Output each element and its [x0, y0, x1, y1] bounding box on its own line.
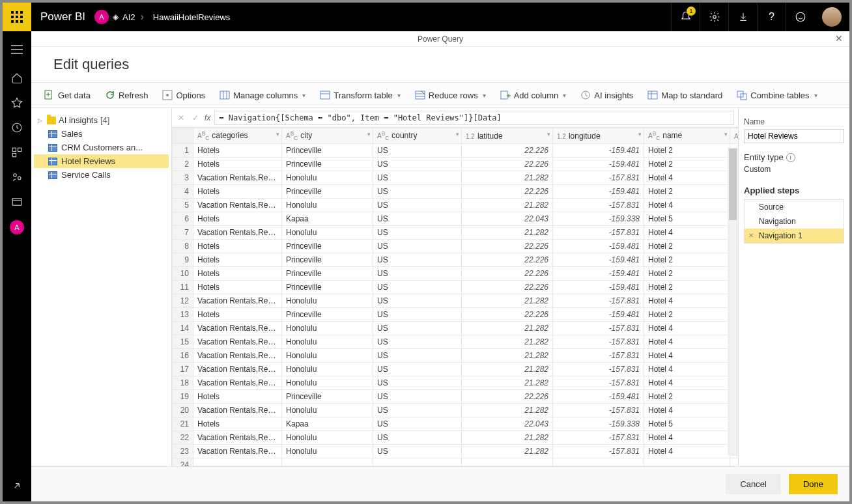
column-dropdown-icon[interactable]: ▾: [724, 131, 728, 137]
query-item[interactable]: Hotel Reviews: [34, 154, 169, 168]
cell[interactable]: US: [373, 431, 462, 445]
cell[interactable]: US: [373, 171, 462, 185]
cell[interactable]: -159.338: [553, 212, 644, 226]
column-header[interactable]: ABCcountry▾: [373, 128, 462, 144]
cell[interactable]: Princeville: [282, 281, 373, 294]
reduce-rows-button[interactable]: Reduce rows▾: [411, 87, 490, 103]
cell[interactable]: -157.831: [553, 349, 644, 363]
cell[interactable]: -159.481: [553, 144, 644, 158]
query-item[interactable]: Sales: [34, 127, 169, 141]
column-header[interactable]: ABCname▾: [644, 128, 730, 144]
cell[interactable]: Honolulu: [282, 376, 373, 390]
cell[interactable]: Honolulu: [282, 294, 373, 308]
cell[interactable]: 21.282: [462, 445, 553, 458]
cell[interactable]: Honolulu: [282, 335, 373, 349]
cell[interactable]: US: [373, 253, 462, 267]
cell[interactable]: Vacation Rentals,Resorts &...: [193, 349, 282, 363]
refresh-button[interactable]: Refresh: [101, 87, 152, 103]
column-dropdown-icon[interactable]: ▾: [547, 131, 550, 137]
notifications-button[interactable]: 1: [671, 3, 700, 31]
table-row[interactable]: 18Vacation Rentals,Resorts &...HonoluluU…: [173, 376, 739, 390]
cell[interactable]: 22.226: [462, 390, 553, 404]
applied-step[interactable]: Navigation: [745, 214, 844, 229]
cell[interactable]: Hotels: [193, 417, 282, 431]
cell[interactable]: Honolulu: [282, 322, 373, 335]
row-number[interactable]: 23: [173, 445, 193, 458]
table-row[interactable]: 19HotelsPrincevilleUS22.226-159.481Hotel…: [173, 390, 739, 404]
row-number[interactable]: 24: [173, 458, 193, 466]
cell[interactable]: US: [373, 417, 462, 431]
cell[interactable]: Hotel 4: [644, 335, 730, 349]
cell[interactable]: 21.282: [462, 226, 553, 240]
cell[interactable]: Vacation Rentals,Resorts &...: [193, 445, 282, 458]
cell[interactable]: 22.043: [462, 417, 553, 431]
cell[interactable]: Hotel 5: [644, 212, 730, 226]
row-number[interactable]: 10: [173, 267, 193, 281]
table-row[interactable]: 2HotelsPrincevilleUS22.226-159.481Hotel …: [173, 158, 739, 171]
cell[interactable]: US: [373, 390, 462, 404]
cell[interactable]: Vacation Rentals,Resorts &...: [193, 226, 282, 240]
cell[interactable]: Honolulu: [282, 171, 373, 185]
options-button[interactable]: Options: [158, 87, 209, 103]
column-header[interactable]: ABCcity▾: [282, 128, 373, 144]
cell[interactable]: -157.831: [553, 322, 644, 335]
cell[interactable]: Honolulu: [282, 431, 373, 445]
row-number[interactable]: 13: [173, 308, 193, 322]
cell[interactable]: 22.226: [462, 158, 553, 171]
cell[interactable]: Hotel 2: [644, 185, 730, 199]
cell[interactable]: Kapaa: [282, 212, 373, 226]
breadcrumb-item[interactable]: HawaiiHotelReviews: [153, 12, 231, 22]
table-row[interactable]: 9HotelsPrincevilleUS22.226-159.481Hotel …: [173, 253, 739, 267]
row-number[interactable]: 3: [173, 171, 193, 185]
table-row[interactable]: 14Vacation Rentals,Resorts &...HonoluluU…: [173, 322, 739, 335]
table-row[interactable]: 8HotelsPrincevilleUS22.226-159.481Hotel …: [173, 240, 739, 253]
row-number[interactable]: 22: [173, 431, 193, 445]
transform-table-button[interactable]: Transform table▾: [316, 87, 405, 103]
cell[interactable]: Hotel 2: [644, 144, 730, 158]
cell[interactable]: Hotel 4: [644, 376, 730, 390]
cell[interactable]: Vacation Rentals,Resorts &...: [193, 322, 282, 335]
cell[interactable]: US: [373, 308, 462, 322]
table-row[interactable]: 10HotelsPrincevilleUS22.226-159.481Hotel…: [173, 267, 739, 281]
cell[interactable]: Hotel 2: [644, 390, 730, 404]
cell[interactable]: 21.282: [462, 322, 553, 335]
cell[interactable]: Hotel 2: [644, 240, 730, 253]
cell[interactable]: US: [373, 322, 462, 335]
cell[interactable]: Vacation Rentals,Resorts &...: [193, 199, 282, 212]
cell[interactable]: US: [373, 281, 462, 294]
row-number[interactable]: 15: [173, 335, 193, 349]
row-number[interactable]: 19: [173, 390, 193, 404]
cell[interactable]: -159.481: [553, 185, 644, 199]
query-item[interactable]: Service Calls: [34, 168, 169, 182]
cell[interactable]: -159.481: [553, 281, 644, 294]
cell[interactable]: 21.282: [462, 335, 553, 349]
row-number[interactable]: 6: [173, 212, 193, 226]
cell[interactable]: -157.831: [553, 363, 644, 376]
cell[interactable]: US: [373, 267, 462, 281]
cell[interactable]: US: [373, 363, 462, 376]
cell[interactable]: Hotel 4: [644, 199, 730, 212]
table-row[interactable]: 17Vacation Rentals,Resorts &...HonoluluU…: [173, 363, 739, 376]
cell[interactable]: -159.481: [553, 158, 644, 171]
cell[interactable]: US: [373, 185, 462, 199]
cell[interactable]: US: [373, 240, 462, 253]
done-button[interactable]: Done: [789, 474, 838, 494]
table-row[interactable]: 5Vacation Rentals,Resorts &...HonoluluUS…: [173, 199, 739, 212]
column-dropdown-icon[interactable]: ▾: [638, 131, 642, 137]
cell[interactable]: -159.481: [553, 390, 644, 404]
cell[interactable]: Hotel 4: [644, 294, 730, 308]
cell[interactable]: US: [373, 226, 462, 240]
add-column-button[interactable]: Add column▾: [496, 87, 571, 103]
row-number[interactable]: 7: [173, 226, 193, 240]
combine-tables-button[interactable]: Combine tables▾: [733, 87, 821, 103]
cell[interactable]: Princeville: [282, 253, 373, 267]
cell[interactable]: 22.226: [462, 144, 553, 158]
cell[interactable]: Hotel 4: [644, 226, 730, 240]
cell[interactable]: 22.226: [462, 185, 553, 199]
data-grid[interactable]: ABCcategories▾ABCcity▾ABCcountry▾1.2lati…: [172, 128, 738, 466]
cell[interactable]: Hotels: [193, 308, 282, 322]
cell[interactable]: 21.282: [462, 363, 553, 376]
cell[interactable]: Honolulu: [282, 363, 373, 376]
cell[interactable]: 22.043: [462, 212, 553, 226]
formula-input[interactable]: = Navigation{[Schema = "dbo", Item = "Ho…: [214, 111, 734, 125]
